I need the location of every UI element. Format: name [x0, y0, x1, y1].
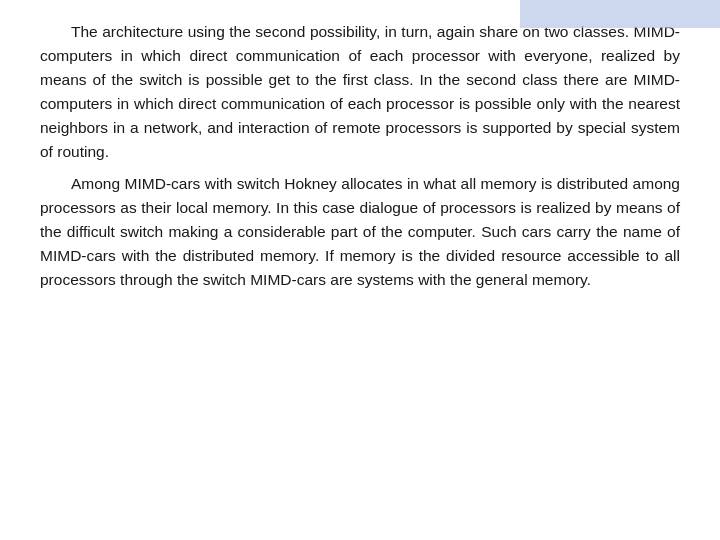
highlight-bar [520, 0, 720, 28]
page-container: The architecture using the second possib… [0, 0, 720, 540]
paragraph-1: The architecture using the second possib… [40, 20, 680, 164]
content-area: The architecture using the second possib… [0, 0, 720, 540]
paragraph-2: Among MIMD-cars with switch Hokney alloc… [40, 172, 680, 292]
